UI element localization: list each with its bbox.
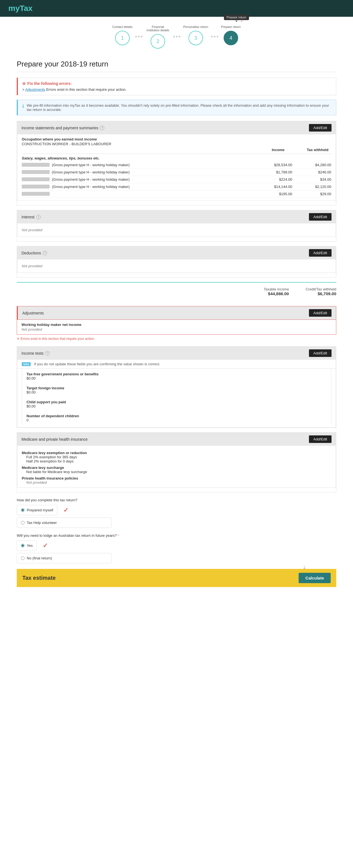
income-tests-add-edit-button[interactable]: Add/Edit — [309, 349, 331, 357]
occupation-label: Occupation where you earned most income — [22, 137, 331, 141]
medicare-exemption-full: Full 2% exemption for 365 days — [26, 455, 331, 459]
tax-amount: $246.00 — [309, 170, 331, 174]
adjustments-error-link[interactable]: Adjustments — [25, 87, 45, 92]
income-row-right: $28,534.00 $4,280.00 — [270, 163, 331, 167]
yes-option[interactable]: Yes ✓ — [17, 540, 37, 551]
yes-option-wrapper: Yes ✓ — [17, 540, 37, 553]
step-2[interactable]: Financial institution details 2 — [145, 25, 170, 49]
adjustments-title: Adjustments — [22, 311, 44, 315]
error-message: Errors exist in this section that requir… — [45, 87, 127, 92]
no-radio[interactable] — [21, 556, 25, 560]
step-2-label: Financial institution details — [145, 25, 170, 32]
income-row-right: $224.00 $34.00 — [270, 177, 331, 182]
x-icon: ✕ — [17, 337, 20, 341]
step-1-circle: 1 — [115, 31, 130, 45]
income-row-left: (Gross payment type H - working holiday … — [22, 177, 270, 182]
adjustments-error: ✕ Errors exist in this section that requ… — [17, 337, 336, 341]
income-sub-header: Salary, wages, allowances, tips, bonuses… — [22, 154, 331, 161]
dots-1-2 — [135, 25, 143, 37]
adjustments-body: Working holiday maker net income Not pro… — [17, 320, 336, 335]
medicare-exemption-label: Medicare levy exemption or reduction — [22, 451, 331, 455]
income-statements-help-icon[interactable]: ? — [100, 126, 104, 130]
medicare-title: Medicare and private health insurance — [22, 437, 87, 441]
interest-section: Interest ? Add/Edit Not provided — [17, 210, 336, 242]
adjustments-add-edit-button[interactable]: Add/Edit — [309, 309, 331, 317]
prepared-myself-checkmark: ✓ — [63, 506, 68, 514]
yes-checkmark: ✓ — [43, 542, 48, 549]
income-row-desc: (Gross payment type H - working holiday … — [52, 177, 130, 182]
income-amount: $195.00 — [270, 192, 292, 196]
interest-add-edit-button[interactable]: Add/Edit — [309, 213, 331, 221]
income-row-left: (Gross payment type H - working holiday … — [22, 185, 270, 189]
main-content: Prepare your 2018-19 return ⊖ Fix the fo… — [0, 54, 353, 598]
tax-amount: $2,120.00 — [309, 185, 331, 189]
error-box: ⊖ Fix the following errors: > Adjustment… — [17, 78, 336, 95]
calculate-button[interactable]: Calculate — [298, 573, 331, 583]
taxable-income-total: Taxable income $44,886.00 — [264, 287, 289, 296]
medicare-label: Medicare and private health insurance — [22, 437, 87, 441]
step-4[interactable]: Prepare return ↓ Prepare return 4 — [221, 25, 241, 45]
deductions-label: Deductions — [22, 251, 41, 255]
tax-help-option[interactable]: Tax Help volunteer — [17, 518, 111, 528]
step-4-circle: 4 — [224, 31, 238, 45]
income-tests-title: Income tests ? — [22, 351, 49, 355]
income-statements-add-edit-button[interactable]: Add/Edit — [309, 124, 331, 131]
income-row: (Gross payment type H - working holiday … — [22, 169, 331, 176]
future-lodgement-section: Will you need to lodge an Australian tax… — [17, 533, 336, 563]
adjustments-header: Adjustments Add/Edit — [17, 306, 336, 320]
income-amount: $1,789.00 — [270, 170, 292, 174]
income-row-left — [22, 192, 270, 196]
income-row-left: (Gross payment type H - working holiday … — [22, 170, 270, 174]
col-income: Income — [272, 148, 285, 152]
field-value-2: $0.00 — [27, 390, 326, 396]
deductions-title: Deductions ? — [22, 251, 47, 255]
dot — [138, 36, 140, 37]
medicare-header: Medicare and private health insurance Ad… — [17, 433, 336, 446]
future-lodgement-question: Will you need to lodge an Australian tax… — [17, 533, 336, 537]
field-group-4: Number of dependent children 0 — [22, 410, 331, 425]
deductions-help-icon[interactable]: ? — [43, 251, 47, 255]
error-title-text: Fix the following errors: — [27, 81, 72, 86]
col-tax: Tax withheld — [307, 148, 328, 152]
blurred-name — [22, 177, 49, 181]
field-label-3: Child support you paid — [27, 398, 326, 404]
tax-help-radio[interactable] — [21, 521, 25, 525]
step-3[interactable]: Personalise return 3 — [183, 25, 208, 45]
prepared-myself-label: Prepared myself — [27, 508, 53, 512]
prepared-myself-option[interactable]: Prepared myself ✓ — [17, 505, 58, 515]
stepper: Contact details 1 Financial institution … — [17, 25, 336, 49]
interest-help-icon[interactable]: ? — [36, 215, 41, 219]
medicare-private-label: Private health insurance policies — [22, 476, 331, 480]
stepper-section: Contact details 1 Financial institution … — [0, 17, 353, 54]
income-amount: $14,144.00 — [270, 185, 292, 189]
deductions-value: Not provided — [22, 262, 331, 270]
step-3-circle: 3 — [188, 31, 203, 45]
logo-tax: Tax — [20, 4, 32, 12]
dot — [176, 36, 178, 37]
step-2-circle: 2 — [150, 34, 165, 49]
tax-amount: $29.00 — [309, 192, 331, 196]
dot — [179, 36, 180, 37]
deductions-body: Not provided — [17, 259, 336, 273]
logo-my: my — [8, 4, 20, 12]
income-statements-label: Income statements and payment summaries — [22, 126, 98, 130]
dot — [173, 36, 175, 37]
prepared-myself-radio[interactable] — [21, 508, 25, 512]
required-asterisk: * — [118, 534, 119, 537]
completion-question: How did you complete this tax return? — [17, 498, 336, 502]
dot — [217, 36, 218, 37]
interest-value: Not provided — [22, 226, 331, 234]
income-row-desc: (Gross payment type H - working holiday … — [52, 185, 130, 189]
step-1[interactable]: Contact details 1 — [112, 25, 133, 45]
no-option[interactable]: No (final return) — [17, 553, 111, 563]
yes-label: Yes — [27, 544, 33, 548]
income-statements-header: Income statements and payment summaries … — [17, 121, 336, 134]
income-tests-help-icon[interactable]: ? — [45, 351, 49, 355]
medicare-add-edit-button[interactable]: Add/Edit — [309, 435, 331, 443]
deductions-add-edit-button[interactable]: Add/Edit — [309, 249, 331, 257]
yes-radio[interactable] — [21, 544, 25, 548]
interest-header: Interest ? Add/Edit — [17, 210, 336, 223]
income-tests-label: Income tests — [22, 351, 43, 355]
income-row-desc: (Gross payment type H - working holiday … — [52, 163, 130, 167]
taxable-income-value: $44,886.00 — [264, 291, 289, 296]
